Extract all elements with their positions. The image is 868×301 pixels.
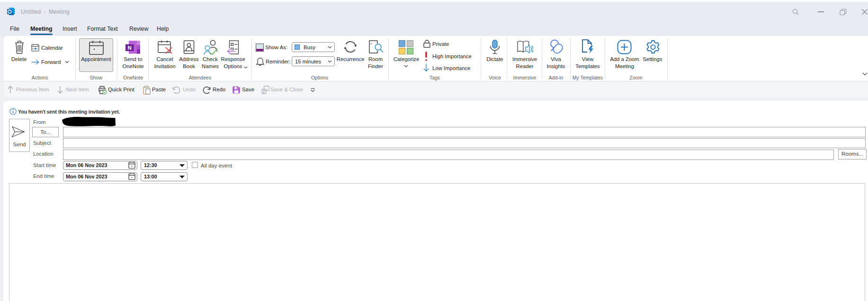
svg-text:N: N [128,45,132,51]
